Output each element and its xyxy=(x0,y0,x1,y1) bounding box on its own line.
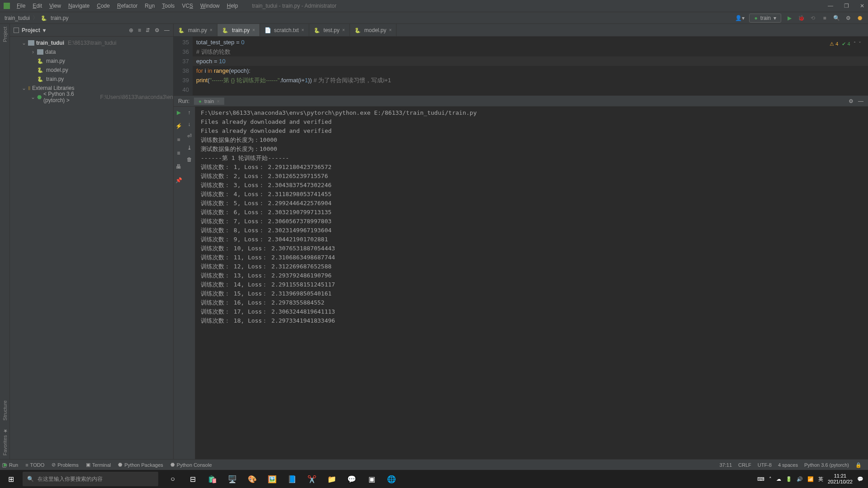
updates-icon[interactable]: ⬣ xyxy=(856,14,863,22)
tray-wifi-icon[interactable]: 📶 xyxy=(807,476,814,482)
security-icon[interactable]: 🖼️ xyxy=(263,470,281,488)
close-icon[interactable]: ✕ xyxy=(860,3,864,9)
tree-python-env[interactable]: ⌄⬣ < Python 3.6 (pytorch) > F:\Users\861… xyxy=(10,93,173,102)
menu-window[interactable]: Window xyxy=(197,1,223,11)
up-icon[interactable]: ↑ xyxy=(188,109,191,116)
breadcrumb-project[interactable]: train_tudui xyxy=(5,15,30,21)
tray-volume-icon[interactable]: 🔊 xyxy=(797,476,803,482)
notifications-icon[interactable]: 💬 xyxy=(857,476,863,482)
debug-button[interactable]: 🐞 xyxy=(797,14,805,22)
menu-edit[interactable]: Edit xyxy=(29,1,45,11)
menu-tools[interactable]: Tools xyxy=(159,1,178,11)
snip-icon[interactable]: ✂️ xyxy=(303,470,321,488)
rerun-icon[interactable]: ▶ xyxy=(177,109,181,116)
left-tool-strip: Project Structure Favorites ★ xyxy=(0,24,10,459)
minimize-icon[interactable]: — xyxy=(828,3,833,9)
search-icon[interactable]: 🔍 xyxy=(833,14,840,22)
coverage-button[interactable]: ⟲ xyxy=(809,14,816,22)
pin-icon[interactable]: 📌 xyxy=(175,177,182,183)
interpreter[interactable]: Python 3.6 (pytorch) xyxy=(804,462,849,468)
code-content[interactable]: total_test_step = 0 # 训练的轮数 epoch = 10 f… xyxy=(193,37,868,95)
menu-view[interactable]: View xyxy=(46,1,64,11)
run-hide-icon[interactable]: — xyxy=(858,98,863,104)
menu-navigate[interactable]: Navigate xyxy=(65,1,93,11)
notes-icon[interactable]: 📘 xyxy=(283,470,301,488)
taskbar-search[interactable]: 🔍 在这里输入你要搜索的内容 xyxy=(23,472,158,486)
tray-cloud-icon[interactable]: ☁ xyxy=(776,476,781,482)
menu-file[interactable]: File xyxy=(14,1,28,11)
tray-keyboard-icon[interactable]: ⌨ xyxy=(757,476,764,482)
menu-help[interactable]: Help xyxy=(224,1,241,11)
menu-run[interactable]: Run xyxy=(142,1,158,11)
console-output[interactable]: F:\Users\86133\anaconda3\envs\pytorch\py… xyxy=(195,107,868,459)
user-icon[interactable]: 👤▾ xyxy=(735,15,745,21)
tab-train[interactable]: train.py× xyxy=(217,24,260,36)
stop-button[interactable]: ■ xyxy=(821,14,828,22)
tab-main[interactable]: main.py× xyxy=(174,24,217,36)
run-settings-icon[interactable]: ⚙ xyxy=(849,98,854,104)
tab-test[interactable]: test.py× xyxy=(309,24,350,36)
inspection-badges[interactable]: ⚠ 4 ✔ 4 ˆˇ xyxy=(830,39,861,49)
tree-file-model[interactable]: model.py xyxy=(10,66,173,75)
tree-file-main[interactable]: main.py xyxy=(10,56,173,66)
settings-icon[interactable]: ⚙ xyxy=(155,27,160,33)
problems-tool-button[interactable]: ⊘ Problems xyxy=(52,462,78,468)
expand-icon[interactable]: ≡ xyxy=(138,27,141,33)
store-icon[interactable]: 🛍️ xyxy=(203,470,222,488)
clock-date[interactable]: 2021/10/22 xyxy=(828,479,853,485)
settings-icon[interactable]: ⚙ xyxy=(844,14,852,22)
lock-icon[interactable]: 🔒 xyxy=(855,462,862,468)
tree-file-train[interactable]: train.py xyxy=(10,75,173,84)
down-icon[interactable]: ↓ xyxy=(188,121,191,127)
menu-vcs[interactable]: VCS xyxy=(179,1,196,11)
print-icon[interactable]: 🖶 xyxy=(176,164,181,170)
structure-tool-button[interactable]: Structure xyxy=(2,400,8,421)
file-encoding[interactable]: UTF-8 xyxy=(758,462,772,468)
run-tool-icon[interactable]: ⚡ xyxy=(175,123,182,129)
soft-wrap-icon[interactable]: ⏎ xyxy=(187,133,192,139)
breadcrumb-file[interactable]: train.py xyxy=(51,15,68,21)
menu-refactor[interactable]: Refactor xyxy=(114,1,141,11)
run-config-selector[interactable]: ● train ▾ xyxy=(749,14,781,23)
scroll-end-icon[interactable]: ⤓ xyxy=(187,145,192,151)
wechat-icon[interactable]: 💬 xyxy=(343,470,361,488)
tab-scratch[interactable]: 📄scratch.txt× xyxy=(260,24,309,36)
mail-icon[interactable]: 🖥️ xyxy=(223,470,241,488)
python-console-button[interactable]: ⬣ Python Console xyxy=(170,462,212,468)
cortana-icon[interactable]: ⊟ xyxy=(184,470,202,488)
tray-chevron-icon[interactable]: ˄ xyxy=(769,476,772,482)
explorer-icon[interactable]: 📁 xyxy=(323,470,341,488)
hide-icon[interactable]: — xyxy=(164,27,170,33)
tree-folder-data[interactable]: ›data xyxy=(10,47,173,56)
pycharm-icon[interactable]: ▣ xyxy=(363,470,381,488)
clock-time[interactable]: 11:21 xyxy=(828,473,853,479)
paint-icon[interactable]: 🎨 xyxy=(243,470,261,488)
todo-tool-button[interactable]: ≡ TODO xyxy=(25,462,44,468)
tray-ime-icon[interactable]: 英 xyxy=(818,476,823,483)
tab-model[interactable]: model.py× xyxy=(350,24,397,36)
caret-position[interactable]: 37:11 xyxy=(719,462,732,468)
maximize-icon[interactable]: ❐ xyxy=(844,3,849,9)
edge-icon[interactable]: 🌐 xyxy=(382,470,401,488)
tree-root[interactable]: ⌄ train_tudui E:\86133\train_tudui xyxy=(10,38,173,47)
tray-battery-icon[interactable]: 🔋 xyxy=(786,476,792,482)
run-tab[interactable]: ●train× xyxy=(194,98,224,105)
terminal-tool-button[interactable]: ▣ Terminal xyxy=(86,462,111,468)
favorites-tool-button[interactable]: Favorites ★ xyxy=(2,428,8,455)
collapse-icon[interactable]: ⇵ xyxy=(146,27,150,33)
line-separator[interactable]: CRLF xyxy=(738,462,751,468)
python-packages-button[interactable]: ⬣ Python Packages xyxy=(118,462,163,468)
run-button[interactable]: ▶ xyxy=(786,14,793,22)
layout-icon[interactable]: ≡ xyxy=(177,150,180,156)
clear-icon[interactable]: 🗑 xyxy=(187,156,192,163)
start-button[interactable]: ⊞ xyxy=(0,475,22,483)
project-panel-title[interactable]: Project ▾ xyxy=(14,27,46,33)
menu-code[interactable]: Code xyxy=(94,1,113,11)
project-tool-button[interactable]: Project xyxy=(2,27,8,42)
locate-icon[interactable]: ⊕ xyxy=(129,27,133,33)
stop-icon[interactable]: ■ xyxy=(177,136,180,143)
tool-windows-icon[interactable]: ▢ xyxy=(2,462,7,468)
indent[interactable]: 4 spaces xyxy=(778,462,798,468)
task-view-icon[interactable]: ○ xyxy=(164,470,182,488)
code-editor[interactable]: 353637383940 total_test_step = 0 # 训练的轮数… xyxy=(174,37,868,95)
